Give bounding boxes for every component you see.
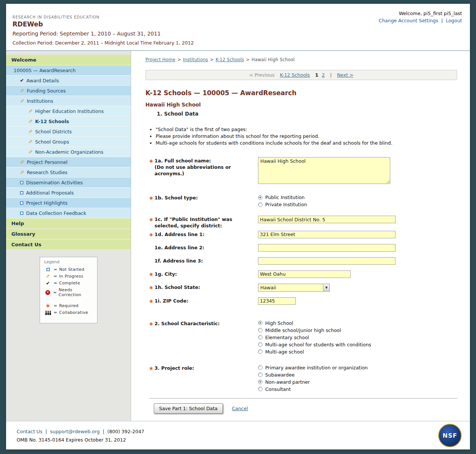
next-link[interactable]: Next > <box>337 72 354 78</box>
reporting-period: Reporting Period: September 1, 2010 – Au… <box>12 31 194 37</box>
required-asterisk: ✱ <box>149 232 155 238</box>
legend-label: In Progress <box>59 274 83 279</box>
field-row-school-type: ✱ 1b. School type: Public InstitutionPri… <box>149 194 457 209</box>
footer-email-link[interactable]: support@rdeweb.org <box>50 429 99 434</box>
legend-item-in-progress: ✎=In Progress <box>44 274 94 279</box>
page-number-current[interactable]: 1 <box>315 72 318 78</box>
radio-option-subawardee[interactable]: Subawardee <box>258 372 368 378</box>
breadcrumb-link-project-home[interactable]: Project Home <box>145 57 175 62</box>
needs-correction-icon: ✕ <box>45 290 50 295</box>
sidebar-item-project-highlights[interactable]: Project Highlights <box>6 198 131 208</box>
field-label-characteristic: ✱ 2. School Characteristic: <box>149 320 258 327</box>
label-text: 1h. School State: <box>155 284 254 291</box>
radio-button-icon <box>258 335 263 340</box>
instruction-note: "School Data" is the first of two pages: <box>156 127 457 132</box>
pencil-icon: ✎ <box>20 170 24 175</box>
radio-option-multi-age-school-for-students-with-conditions[interactable]: Multi-age school for students with condi… <box>258 342 371 347</box>
field-label-address3: 1f. Address line 3: <box>149 257 258 264</box>
required-asterisk: ✱ <box>149 272 155 278</box>
radio-option-consultant[interactable]: Consultant <box>258 386 368 392</box>
label-text: 1d. Address line 1: <box>155 232 254 238</box>
sidebar-item-non-academic-organizations[interactable]: ✎Non-Academic Organizations <box>6 147 131 157</box>
legend-item-collaborative: =Collaborative <box>44 310 94 315</box>
sidebar-item-award-details[interactable]: ✔Award Details <box>6 76 131 86</box>
logout-link[interactable]: Logout <box>446 18 462 23</box>
radio-label: Middle school/junior high school <box>265 327 341 333</box>
sidebar-item-data-collection-feedback[interactable]: Data Collection Feedback <box>6 208 131 218</box>
equals-sign: = <box>54 267 57 272</box>
pencil-icon: ✎ <box>20 99 24 103</box>
previous-link[interactable]: < Previous <box>249 72 274 78</box>
state-select[interactable]: Hawaii ▼ <box>258 284 330 292</box>
label-text: 1b. School type: <box>155 195 254 201</box>
footer-separator: | <box>45 429 47 434</box>
school-type-radio-group: Public InstitutionPrivate Institution <box>258 194 307 209</box>
pagination-bar: < Previous K-12 Schools 1 2 | Next > <box>145 70 457 80</box>
change-account-settings-link[interactable]: Change Account Settings <box>379 18 438 23</box>
sidebar-section-welcome[interactable]: Welcome <box>6 55 131 65</box>
sidebar-section-glossary[interactable]: Glossary <box>6 229 131 239</box>
sidebar-item-school-groups[interactable]: ✎School Groups <box>6 137 131 147</box>
pagination-group-link[interactable]: K-12 Schools <box>280 72 310 78</box>
sidebar-item-project-personnel[interactable]: ✎Project Personnel <box>6 157 131 167</box>
sidebar-item-label: Higher Education Institutions <box>35 108 104 114</box>
legend-title: Legend <box>44 259 94 264</box>
breadcrumb-link-k-12-schools[interactable]: K-12 Schools <box>216 57 244 62</box>
footer-contact-link[interactable]: Contact Us <box>17 429 42 434</box>
legend-item-required: ✱=Required <box>44 303 94 308</box>
radio-option-middle-school-junior-high-school[interactable]: Middle school/junior high school <box>258 327 371 333</box>
project-role-radio-group: Primary awardee institution or organizat… <box>258 364 368 394</box>
not-started-square-icon <box>46 268 50 271</box>
sidebar-item-100005-awardresearch[interactable]: 100005 — AwardResearch <box>6 65 131 76</box>
school-name-heading: Hawaii High School <box>145 102 457 108</box>
sidebar-section-contact-us[interactable]: Contact Us <box>6 239 131 250</box>
label-text: 2. School Characteristic: <box>155 321 254 327</box>
school-name-textarea[interactable] <box>258 157 390 184</box>
not-started-square-icon <box>20 201 23 205</box>
radio-option-public-institution[interactable]: Public Institution <box>258 195 307 200</box>
address1-input[interactable] <box>258 231 396 238</box>
sidebar-item-label: K-12 Schools <box>35 119 69 124</box>
org-title: RESEARCH IN DISABILITIES EDUCATION <box>12 15 194 19</box>
sidebar-item-k-12-schools[interactable]: ✎K-12 Schools <box>6 116 131 127</box>
radio-option-private-institution[interactable]: Private Institution <box>258 202 307 207</box>
radio-option-primary-awardee-institution-or-organization[interactable]: Primary awardee institution or organizat… <box>258 365 368 371</box>
check-icon: ✔ <box>46 281 50 286</box>
field-row-district: ✱ 1c. If "Public Institution" was select… <box>149 216 457 229</box>
radio-option-non-award-partner[interactable]: Non-award partner <box>258 379 368 385</box>
city-input[interactable] <box>258 270 351 278</box>
sidebar-item-school-districts[interactable]: ✎School Districts <box>6 127 131 137</box>
sidebar-item-dissemination-activities[interactable]: Dissemination Activities <box>6 178 131 188</box>
field-row-city: ✱ 1g. City: <box>149 270 457 278</box>
sidebar-item-funding-sources[interactable]: ✎Funding Sources <box>6 86 131 96</box>
legend-label: Needs Correction <box>59 287 94 297</box>
breadcrumb-link-institutions[interactable]: Institutions <box>183 57 208 62</box>
sidebar-section-help[interactable]: Help <box>6 218 131 229</box>
save-button[interactable]: Save Part 1: School Data <box>154 403 223 414</box>
equals-sign: = <box>54 310 57 315</box>
sidebar-item-additional-proposals[interactable]: Additional Proposals <box>6 188 131 198</box>
address3-input[interactable] <box>258 257 396 265</box>
sidebar-item-higher-education-institutions[interactable]: ✎Higher Education Institutions <box>6 106 131 116</box>
radio-option-high-school[interactable]: High School <box>258 320 371 326</box>
radio-option-multi-age-school[interactable]: Multi-age school <box>258 349 371 355</box>
district-input[interactable] <box>258 216 396 223</box>
welcome-text: Welcome, pi5_first pi5_last <box>379 11 462 16</box>
pencil-icon: ✎ <box>28 129 32 134</box>
required-asterisk: ✱ <box>149 217 155 223</box>
sidebar-item-institutions[interactable]: ✎Institutions <box>6 96 131 106</box>
legend-label: Not Started <box>59 267 85 272</box>
sidebar-item-label: Additional Proposals <box>26 190 74 196</box>
sidebar-item-research-studies[interactable]: ✎Research Studies <box>6 167 131 178</box>
sidebar-item-label: Project Highlights <box>26 200 68 206</box>
radio-label: Consultant <box>265 386 291 392</box>
radio-option-elementary-school[interactable]: Elementary school <box>258 335 371 340</box>
required-asterisk: ✱ <box>149 321 155 327</box>
instruction-note: Multi-age schools for students with cond… <box>156 140 457 146</box>
label-text: 1f. Address line 3: <box>155 258 254 264</box>
page-number-2-link[interactable]: 2 <box>322 72 325 78</box>
address2-input[interactable] <box>258 244 396 252</box>
breadcrumb-separator: > <box>177 57 181 62</box>
cancel-link[interactable]: Cancel <box>232 406 248 411</box>
zip-input[interactable] <box>258 297 296 305</box>
